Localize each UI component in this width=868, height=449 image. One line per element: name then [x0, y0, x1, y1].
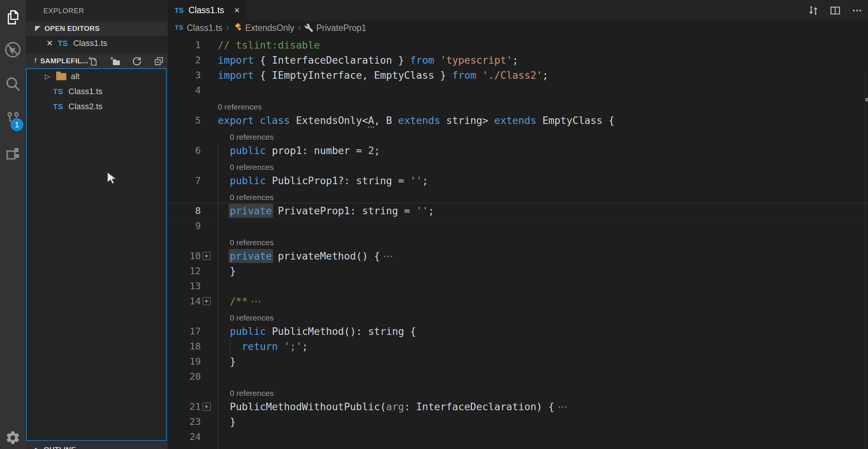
code-text[interactable]: }: [218, 416, 236, 428]
code-text[interactable]: return ';';: [218, 341, 308, 352]
line-number[interactable]: 7: [168, 175, 201, 186]
breadcrumb-file[interactable]: TS Class1.ts: [175, 23, 222, 33]
code-text[interactable]: import { IEmptyInterface, EmptyClass } f…: [218, 69, 549, 81]
code-token: }: [434, 69, 452, 81]
fold-expand-icon[interactable]: +: [203, 297, 211, 305]
sync-views-icon[interactable]: [808, 5, 819, 16]
line-number[interactable]: 9: [168, 220, 201, 231]
line-number[interactable]: 20: [168, 371, 201, 382]
gear-icon: [5, 430, 21, 446]
code-token: ;: [542, 69, 549, 81]
split-editor-icon[interactable]: [830, 5, 841, 16]
code-text[interactable]: private privateMethod() { ⋯: [218, 250, 393, 262]
breadcrumb-class[interactable]: ExtendsOnly: [233, 23, 294, 33]
codelens-row: 0 references: [168, 233, 868, 248]
open-editors-header[interactable]: OPEN EDITORS: [26, 21, 168, 36]
folder-section-header[interactable]: SAMPLEFIL...: [26, 53, 168, 69]
line-number[interactable]: 4: [168, 85, 201, 96]
codelens-references[interactable]: 0 references: [230, 313, 274, 322]
code-text[interactable]: private PrivateProp1: string = '';: [218, 205, 434, 217]
line-number[interactable]: 13: [168, 281, 201, 292]
line-number[interactable]: 8: [168, 205, 201, 216]
line-number[interactable]: 23: [168, 416, 201, 427]
code-token: {: [254, 54, 272, 66]
line-number[interactable]: 21: [168, 401, 201, 412]
new-folder-icon[interactable]: [110, 56, 120, 66]
code-text[interactable]: }: [218, 265, 236, 277]
code-text[interactable]: /** ⋯: [218, 295, 261, 307]
codelens-row: 0 references: [168, 188, 868, 203]
source-control-icon[interactable]: 1: [0, 104, 26, 134]
line-number[interactable]: 14: [168, 296, 201, 307]
codelens-references[interactable]: 0 references: [230, 163, 274, 172]
line-number[interactable]: 24: [168, 431, 201, 442]
refresh-icon[interactable]: [132, 56, 142, 66]
codelens-row: 0 references: [168, 384, 868, 399]
codelens-references[interactable]: 0 references: [230, 238, 274, 247]
editor-actions: [808, 0, 863, 21]
tree-item-label: Class1.ts: [69, 87, 102, 96]
line-number[interactable]: 6: [168, 145, 201, 156]
code-token: public: [230, 325, 266, 337]
tab-close-icon[interactable]: ✕: [234, 6, 240, 15]
folder-icon: [56, 73, 66, 80]
tree-item-class1[interactable]: TS Class1.ts: [27, 84, 166, 99]
code-token: ';': [284, 341, 302, 352]
wrench-icon: [304, 23, 313, 32]
code-text[interactable]: }: [218, 356, 236, 367]
code-text[interactable]: public prop1: number = 2;: [218, 145, 380, 156]
code-token: ⋯: [380, 250, 393, 262]
settings-gear-icon[interactable]: [0, 423, 26, 449]
close-icon[interactable]: ✕: [46, 39, 53, 48]
debug-disabled-icon[interactable]: [0, 35, 26, 65]
code-text[interactable]: public PublicProp1?: string = '';: [218, 175, 428, 186]
collapse-all-icon[interactable]: [154, 56, 164, 66]
line-number[interactable]: 10: [168, 250, 201, 261]
breadcrumb-property[interactable]: PrivateProp1: [304, 23, 366, 33]
code-text[interactable]: // tslint:disable: [218, 39, 320, 51]
open-editor-class1[interactable]: ✕ TS Class1.ts: [26, 36, 168, 51]
tab-class1[interactable]: TS Class1.ts ✕: [168, 0, 247, 21]
outline-header[interactable]: ▷ OUTLINE: [26, 442, 168, 449]
codelens-references[interactable]: 0 references: [230, 389, 274, 398]
fold-expand-icon[interactable]: +: [203, 403, 211, 411]
tree-item-class2[interactable]: TS Class2.ts: [27, 99, 166, 114]
codelens-references[interactable]: 0 references: [230, 133, 274, 142]
chevron-collapsed-icon: ▷: [35, 446, 41, 449]
code-text[interactable]: PublicMethodWithoutPublic(arg: Interface…: [218, 401, 567, 412]
code-token: [218, 250, 230, 262]
code-token: [266, 145, 272, 156]
code-token: 'typescript': [440, 54, 512, 66]
code-line-10: 10+ private privateMethod() { ⋯: [168, 248, 868, 263]
overview-ruler-border: [865, 73, 866, 449]
extensions-icon[interactable]: [0, 139, 26, 169]
open-editor-label: Class1.ts: [73, 38, 107, 48]
fold-expand-icon[interactable]: +: [203, 252, 211, 260]
code-editor[interactable]: 1// tslint:disable2import { InterfaceDec…: [168, 35, 868, 449]
code-text[interactable]: public PublicMethod(): string {: [218, 325, 416, 337]
explorer-icon[interactable]: [0, 2, 26, 32]
code-text[interactable]: export class ExtendsOnly<A, B extends st…: [218, 115, 614, 126]
line-number[interactable]: 2: [168, 55, 201, 66]
ts-file-icon: TS: [53, 102, 63, 111]
code-token: [440, 115, 446, 126]
code-line-12: 12 }: [168, 263, 868, 278]
line-number[interactable]: 17: [168, 326, 201, 337]
code-line-7: 7 public PublicProp1?: string = '';: [168, 173, 868, 188]
file-tree: ▷ alt TS Class1.ts TS Class2.ts: [26, 68, 167, 441]
search-icon[interactable]: [0, 69, 26, 99]
line-number[interactable]: 18: [168, 341, 201, 352]
new-file-icon[interactable]: [88, 56, 98, 66]
codelens-references[interactable]: 0 references: [218, 102, 262, 111]
code-text[interactable]: import { InterfaceDeclaration } from 'ty…: [218, 54, 518, 66]
line-number[interactable]: 3: [168, 70, 201, 81]
tree-item-alt[interactable]: ▷ alt: [27, 69, 166, 84]
codelens-references[interactable]: 0 references: [230, 193, 274, 202]
line-number[interactable]: 19: [168, 356, 201, 367]
line-number[interactable]: 12: [168, 266, 201, 276]
code-token: arg: [386, 401, 404, 412]
line-number[interactable]: 5: [168, 115, 201, 126]
code-token: /**: [218, 295, 248, 307]
more-actions-icon[interactable]: [851, 5, 863, 16]
line-number[interactable]: 1: [168, 40, 201, 50]
